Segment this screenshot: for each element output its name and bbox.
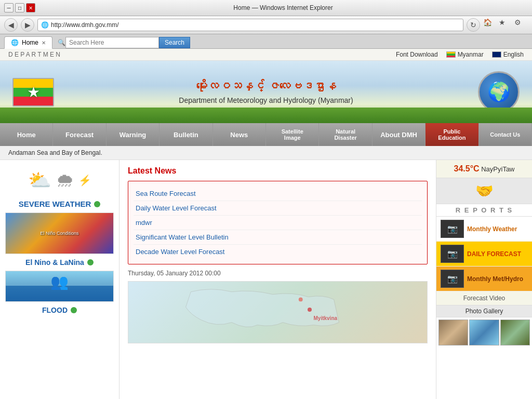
report-thumb-1: 📷 <box>441 220 464 238</box>
temp-city: NayPyiTaw <box>481 165 514 173</box>
news-item-sea-route[interactable]: Sea Route Forecast <box>134 187 422 201</box>
cloud-icon: ⛅ <box>28 169 51 191</box>
address-bar[interactable]: 🌐 http://www.dmh.gov.mm/ <box>37 19 463 31</box>
news-item-significant-water[interactable]: Significant Water Level Bulletin <box>134 230 422 245</box>
nav-home[interactable]: Home <box>0 123 53 146</box>
bing-icon: 🔍 <box>58 39 65 46</box>
maximize-button[interactable]: □ <box>15 3 24 12</box>
nav-satellite[interactable]: SatelliteImage <box>266 123 319 146</box>
myanmar-site-title: မိုးလေဝသနှင့် ဇလဗေဒဌာန <box>62 79 470 93</box>
photo-gallery-title: Photo Gallery <box>436 305 532 317</box>
camera-icon-3: 📷 <box>447 274 458 284</box>
center-content: Latest News Sea Route Forecast Daily Wat… <box>119 160 436 399</box>
address-bar-area: ◀ ▶ 🌐 http://www.dmh.gov.mm/ ↻ 🏠 ★ ⚙ <box>0 16 532 34</box>
svg-point-0 <box>299 297 303 301</box>
close-button[interactable]: ✕ <box>26 3 35 12</box>
elnino-image-label: El Niño Conditions <box>40 231 78 236</box>
page-icon: 🌐 <box>41 21 49 29</box>
top-bar: D E P A R T M E N Font Download Myanmar … <box>0 49 532 61</box>
english-lang-button[interactable]: English <box>492 51 524 58</box>
globe-icon: 🌍 <box>478 71 520 113</box>
news-item-decade-water[interactable]: Decade Water Level Forecast <box>134 245 422 259</box>
browser-titlebar: ─ □ ✕ Home — Windows Internet Explorer ◀… <box>0 0 532 49</box>
camera-icon-2: 📷 <box>447 249 458 259</box>
english-site-title: Department of Meteorology and Hydrology … <box>62 96 470 104</box>
nav-menu: Home Forecast Warning Bulletin News Sate… <box>0 123 532 146</box>
minimize-button[interactable]: ─ <box>4 3 14 12</box>
reports-image: 🤝 <box>436 178 532 204</box>
forward-button[interactable]: ▶ <box>21 18 34 32</box>
refresh-button[interactable]: ↻ <box>467 18 480 32</box>
flood-people-icon: 👥 <box>50 273 69 290</box>
nav-warning[interactable]: Warning <box>107 123 159 146</box>
font-download-link[interactable]: Font Download <box>396 51 438 58</box>
window-title: Home — Windows Internet Explorer <box>38 4 528 11</box>
favorites-button[interactable]: ★ <box>499 18 512 32</box>
english-flag-icon <box>492 51 501 58</box>
left-sidebar: ⛅ 🌧 ⚡ SEVERE WEATHER El Niño Conditions … <box>0 160 119 399</box>
tab-home[interactable]: 🌐 Home ✕ <box>4 36 52 49</box>
photo-thumb-1[interactable] <box>438 320 468 345</box>
dept-abbreviation: D E P A R T M E N <box>8 51 60 58</box>
nav-about[interactable]: About DMH <box>373 123 425 146</box>
flood-status-dot <box>71 307 77 313</box>
page-content: D E P A R T M E N Font Download Myanmar … <box>0 49 532 399</box>
search-button[interactable]: Search <box>159 37 190 48</box>
map-container: Myitkvina <box>128 281 428 343</box>
severe-weather-label[interactable]: SEVERE WEATHER <box>5 200 114 208</box>
elnino-status-dot <box>87 259 94 265</box>
tools-button[interactable]: ⚙ <box>514 18 528 32</box>
tab-close-button[interactable]: ✕ <box>42 40 46 46</box>
photo-thumb-3[interactable] <box>500 320 530 345</box>
flood-label[interactable]: FLOOD <box>5 306 114 314</box>
camera-icon-1: 📷 <box>447 224 458 234</box>
news-box: Sea Route Forecast Daily Water Level For… <box>128 181 428 264</box>
temp-value: 34.5°C <box>454 164 479 173</box>
elnino-image[interactable]: El Niño Conditions <box>5 212 114 254</box>
main-content-area: ⛅ 🌧 ⚡ SEVERE WEATHER El Niño Conditions … <box>0 160 532 399</box>
weather-icons-area: ⛅ 🌧 ⚡ <box>5 165 114 195</box>
myanmar-flag: ★ <box>12 78 54 107</box>
report-label-3: Monthly Met/Hydro <box>467 275 523 283</box>
report-label-1: Monthly Weather <box>467 225 517 233</box>
reports-label: R E P O R T S <box>436 204 532 217</box>
report-daily-forecast[interactable]: 📷 DAILY FORECAST <box>436 242 532 267</box>
nav-news[interactable]: News <box>213 123 266 146</box>
map-svg <box>128 282 427 343</box>
report-monthly-weather[interactable]: 📷 Monthly Weather <box>436 217 532 242</box>
rain-icon: 🌧 <box>56 169 74 191</box>
tab-favicon: 🌐 <box>11 39 19 46</box>
myanmar-flag-icon <box>446 51 456 58</box>
nav-contact[interactable]: Contact Us <box>479 123 532 146</box>
report-label-2: DAILY FORECAST <box>467 250 521 258</box>
site-title-area: မိုးလေဝသနှင့် ဇလဗေဒဌာန Department of Met… <box>62 79 470 104</box>
tab-label: Home <box>22 39 38 46</box>
news-item-mdwr[interactable]: mdwr <box>134 216 422 230</box>
nav-bulletin[interactable]: Bulletin <box>159 123 212 146</box>
news-date: Thursday, 05 January 2012 00:00 <box>128 270 428 277</box>
search-input[interactable] <box>65 37 159 48</box>
report-thumb-3: 📷 <box>441 270 464 288</box>
nav-forecast[interactable]: Forecast <box>53 123 106 146</box>
latest-news-title: Latest News <box>128 166 428 176</box>
news-ticker: Andaman Sea and Bay of Bengal. <box>0 146 532 160</box>
forecast-video-link[interactable]: Forecast Video <box>436 291 532 305</box>
nav-public-education[interactable]: PublicEducation <box>425 123 478 146</box>
hands-icon: 🤝 <box>475 182 494 200</box>
news-item-daily-water[interactable]: Daily Water Level Forecast <box>134 201 422 216</box>
home-browser-button[interactable]: 🏠 <box>483 18 497 32</box>
back-button[interactable]: ◀ <box>4 18 18 32</box>
photo-thumb-2[interactable] <box>469 320 499 345</box>
tab-bar: 🌐 Home ✕ 🔍 Search <box>0 34 532 49</box>
report-monthly-met[interactable]: 📷 Monthly Met/Hydro <box>436 267 532 291</box>
myanmar-lang-button[interactable]: Myanmar <box>446 51 484 58</box>
right-sidebar: 34.5°C NayPyiTaw 🤝 R E P O R T S 📷 Month… <box>436 160 532 399</box>
flood-image[interactable]: 👥 <box>5 271 114 302</box>
status-dot <box>94 201 100 207</box>
temperature-display: 34.5°C NayPyiTaw <box>436 160 532 178</box>
grass-decoration <box>0 108 532 123</box>
url-text: http://www.dmh.gov.mm/ <box>51 21 460 29</box>
nav-natural-disaster[interactable]: NaturalDisaster <box>319 123 372 146</box>
site-header: ★ မိုးလေဝသနှင့် ဇလဗေဒဌာန Department of M… <box>0 61 532 123</box>
elnino-label[interactable]: El Nino & LaNina <box>5 258 114 267</box>
